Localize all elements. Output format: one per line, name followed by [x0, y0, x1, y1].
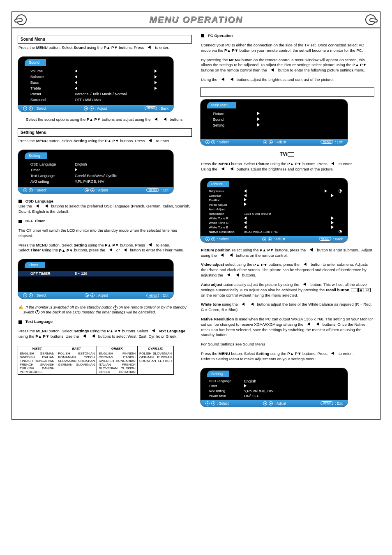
osd-row-label: Position — [209, 198, 241, 202]
vol-up-icon — [268, 68, 274, 71]
t: recall button — [326, 288, 350, 292]
osd-row-label: Setting — [213, 123, 254, 127]
white-tone: White tone using the buttons adjust the … — [200, 301, 374, 316]
up-down-icon: ▲ — [205, 237, 210, 241]
osd-row-label: Text Language — [30, 174, 71, 178]
osd-footer: ▲▼: Select ◀▶: Adjust MENU: Exit — [18, 292, 173, 299]
t: By pressing the — [201, 58, 229, 62]
p-up-icon — [287, 351, 294, 357]
p-down-icon — [261, 263, 267, 268]
pc-op-text2: By pressing the MENU button on the remot… — [200, 57, 374, 77]
recall-rect-icon — [351, 288, 357, 292]
t: DANISH — [42, 366, 54, 370]
source-rect-icon — [288, 152, 294, 157]
left-right-icon: ▶ — [269, 140, 273, 144]
bullet-icon — [201, 34, 204, 37]
t: button to enter the Timer menu. — [130, 248, 184, 252]
t: buttons. Press — [302, 161, 328, 166]
osd-footer: ▲▼: Select ◀▶: Adjust MENU: Exit — [201, 139, 348, 145]
vol-up-icon — [106, 248, 112, 251]
t: Setting — [256, 351, 269, 356]
osd-row-value: English — [244, 379, 342, 383]
osd-picture-title: Picture — [207, 181, 229, 187]
t: POLISH — [58, 352, 70, 355]
vol-up-icon — [300, 283, 306, 286]
t: buttons. Select — [122, 329, 149, 333]
t: button to enter the following picture se… — [278, 68, 365, 72]
vol-up-icon — [219, 78, 224, 81]
arrow-right-icon — [331, 216, 334, 220]
left-right-icon: ▶ — [90, 188, 95, 192]
osd-row-value: 5 ~ 120 — [75, 272, 165, 276]
right-column: PC Operation Connect your PC to either t… — [200, 32, 374, 411]
t: Setting — [74, 138, 87, 143]
t: to enter. — [155, 45, 169, 50]
t: DANISH — [123, 355, 136, 359]
page-corner-icon-right — [365, 14, 376, 25]
left-right-icon: ◀ — [262, 237, 266, 241]
p-down-icon — [232, 48, 238, 53]
t: : Select — [217, 401, 228, 405]
vol-up-icon — [146, 243, 152, 246]
t: ITALIAN — [99, 363, 111, 366]
osd-picture-panel: Picture Brightness Contrast Position Vid… — [200, 178, 348, 243]
off-timer-text: The Off timer will switch the LCD monito… — [18, 227, 192, 242]
osd-row-label: Contrast — [209, 194, 241, 198]
osd-row-value: Greek/ East/West/ Cyrillic — [75, 174, 165, 178]
t: button. Select — [48, 45, 74, 50]
page-title: MENU OPERATION — [149, 14, 243, 25]
t: : Back — [333, 237, 343, 241]
vol-up-icon — [33, 204, 39, 207]
sound-reference: For Sound Settings see Sound Menu — [200, 341, 374, 350]
t: Press the — [201, 161, 219, 166]
osd-row-label: Auto Adjust — [209, 207, 241, 211]
osd-row-label: Preset — [30, 92, 71, 96]
vol-up-icon — [224, 273, 230, 276]
page-corner-icon-left — [16, 14, 27, 25]
t: SLOVAKIAN — [58, 359, 76, 363]
td-west: ENGLISHGERMAN SWEDISHITALIAN FINNISHHUNG… — [18, 351, 56, 374]
arrow-right-icon — [331, 194, 334, 197]
osd-setting-panel: Setting OSD LanguageEnglish Timer Text L… — [18, 150, 174, 194]
osd-pcset-title: Setting — [207, 371, 229, 377]
up-down-icon: ▲ — [205, 140, 210, 144]
vol-up-icon — [146, 139, 152, 142]
t: buttons on the remote control then the — [201, 68, 268, 72]
osd-footer: ▲▼: Select ◀▶: Adjust MENU: Back — [201, 236, 348, 242]
t: : Adjust — [95, 106, 107, 111]
arrow-right-icon — [331, 226, 334, 229]
t: to enter. — [156, 138, 170, 143]
t: HUNGARIAN — [116, 359, 136, 363]
t: CROATIAN — [139, 359, 156, 363]
osd-setting-title: Setting — [25, 152, 47, 159]
t: : Select — [35, 293, 46, 297]
p-up-icon — [59, 248, 66, 253]
osd-row-label: Native Resolution — [209, 230, 241, 234]
t: using the — [89, 329, 107, 333]
osd-row-label: Video Adjust — [209, 203, 241, 207]
osd-footer: ▲▼: Select ◀▶: Adjust MENU: Exit — [201, 400, 348, 407]
osd-row-label: White Tone G — [209, 221, 241, 225]
left-right-icon: ▶ — [268, 237, 272, 241]
t: : Adjust — [96, 188, 108, 192]
t: select using the — [224, 262, 253, 267]
t: Picture — [256, 161, 269, 166]
p-down-icon — [267, 248, 274, 253]
t: FRENCH — [122, 363, 136, 366]
t: CROATIAN — [78, 359, 95, 363]
enter-arrow-icon — [244, 198, 247, 201]
vol-down-icon — [233, 273, 239, 276]
osd-footer: ▲▼: Select ◀▶: Adjust MENU: Back — [18, 105, 173, 112]
p-down-icon — [43, 334, 50, 339]
t: using the — [269, 161, 287, 166]
p-up-icon — [104, 45, 111, 51]
vol-up-icon — [301, 263, 307, 266]
vol-down-icon — [42, 204, 48, 207]
osd-row-value: OFF / Mid / Max — [75, 98, 165, 102]
t: buttons. Press — [119, 45, 145, 50]
osd-row-label: White Tone B — [209, 226, 241, 229]
left-right-icon: ▶ — [90, 293, 95, 297]
pc-op-text3: Using the buttons adjust the brightness … — [200, 76, 374, 86]
t: MENU — [219, 161, 230, 166]
reset-icon — [339, 230, 342, 233]
